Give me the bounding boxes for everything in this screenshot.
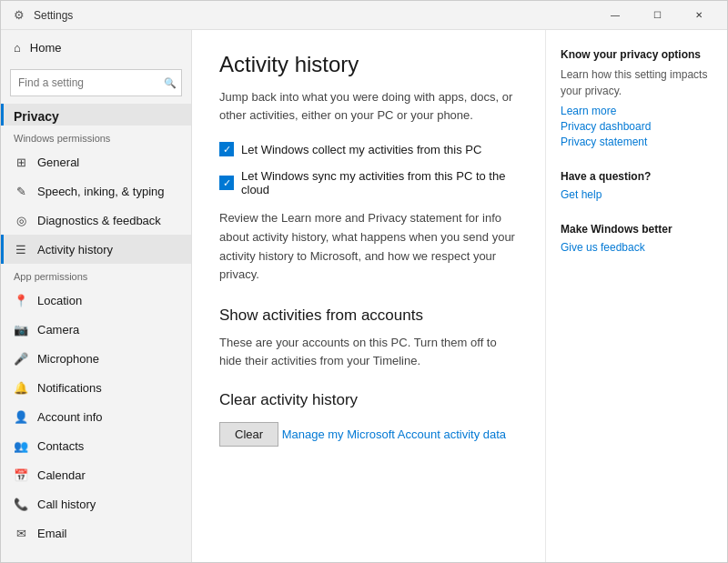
- checkbox1-label: Let Windows collect my activities from t…: [241, 143, 481, 156]
- microphone-icon: 🎤: [14, 351, 28, 366]
- know-privacy-heading: Know your privacy options: [561, 48, 713, 61]
- sidebar-item-label: Microphone: [37, 352, 99, 366]
- sidebar-item-label: General: [37, 156, 79, 169]
- email-icon: ✉: [14, 526, 28, 540]
- sidebar-item-label: Location: [37, 294, 82, 307]
- speech-icon: ✎: [14, 184, 28, 198]
- page-description: Jump back into what you were doing with …: [219, 88, 518, 124]
- sidebar-item-label: Email: [37, 527, 67, 540]
- titlebar-title: Settings: [34, 9, 73, 22]
- sidebar-item-camera[interactable]: 📷 Camera: [1, 315, 191, 344]
- checkbox-row-1: ✓ Let Windows collect my activities from…: [219, 142, 518, 156]
- question-section: Have a question? Get help: [561, 170, 713, 201]
- minimize-button[interactable]: —: [594, 1, 636, 30]
- review-text: Review the Learn more and Privacy statem…: [219, 209, 518, 285]
- feedback-heading: Make Windows better: [561, 223, 713, 236]
- sidebar-item-notifications[interactable]: 🔔 Notifications: [1, 373, 191, 402]
- camera-icon: 📷: [14, 322, 28, 337]
- main-content: Activity history Jump back into what you…: [192, 30, 545, 562]
- home-icon: ⌂: [14, 41, 21, 55]
- question-heading: Have a question?: [561, 170, 713, 183]
- close-button[interactable]: ✕: [678, 1, 720, 30]
- windows-permissions-label: Windows permissions: [1, 126, 191, 147]
- clear-button[interactable]: Clear: [219, 422, 278, 447]
- sidebar-item-microphone[interactable]: 🎤 Microphone: [1, 344, 191, 373]
- calendar-icon: 📅: [14, 467, 28, 482]
- sidebar-item-label: Speech, inking, & typing: [37, 185, 164, 198]
- activity-icon: ☰: [14, 242, 28, 256]
- sidebar-item-label: Account info: [37, 410, 103, 424]
- feedback-link[interactable]: Give us feedback: [561, 241, 713, 254]
- sidebar-item-contacts[interactable]: 👥 Contacts: [1, 431, 191, 460]
- sidebar-item-home[interactable]: ⌂ Home: [1, 30, 191, 65]
- checkmark-icon-2: ✓: [223, 178, 231, 188]
- settings-icon: ⚙: [12, 8, 26, 23]
- learn-more-link[interactable]: Learn more: [561, 105, 713, 117]
- know-privacy-section: Know your privacy options Learn how this…: [561, 48, 713, 148]
- sidebar-item-email[interactable]: ✉ Email: [1, 518, 191, 548]
- sidebar-item-label: Diagnostics & feedback: [37, 214, 161, 227]
- checkbox-collect[interactable]: ✓: [219, 142, 234, 156]
- sidebar-privacy-label[interactable]: Privacy: [1, 104, 191, 126]
- sidebar-item-label: Camera: [37, 323, 79, 337]
- page-title: Activity history: [219, 52, 518, 77]
- titlebar: ⚙ Settings — ☐ ✕: [1, 1, 727, 30]
- titlebar-left: ⚙ Settings: [12, 8, 73, 23]
- app-body: ⌂ Home 🔍 Privacy Windows permissions ⊞ G…: [1, 30, 727, 562]
- sidebar-item-account-info[interactable]: 👤 Account info: [1, 402, 191, 431]
- right-panel: Know your privacy options Learn how this…: [545, 30, 727, 562]
- sidebar-item-general[interactable]: ⊞ General: [1, 147, 191, 176]
- sidebar-item-label: Calendar: [37, 468, 86, 482]
- search-input[interactable]: [10, 69, 182, 96]
- privacy-statement-link[interactable]: Privacy statement: [561, 136, 713, 148]
- sidebar-item-diagnostics[interactable]: ◎ Diagnostics & feedback: [1, 206, 191, 235]
- sidebar-item-call-history[interactable]: 📞 Call history: [1, 489, 191, 518]
- checkmark-icon: ✓: [223, 145, 231, 155]
- titlebar-controls: — ☐ ✕: [594, 1, 720, 30]
- sidebar-item-label: Activity history: [37, 243, 113, 256]
- sidebar: ⌂ Home 🔍 Privacy Windows permissions ⊞ G…: [1, 30, 192, 562]
- sidebar-item-label: Notifications: [37, 381, 102, 395]
- manage-link[interactable]: Manage my Microsoft Account activity dat…: [282, 427, 506, 441]
- privacy-dashboard-link[interactable]: Privacy dashboard: [561, 120, 713, 133]
- know-privacy-text: Learn how this setting impacts your priv…: [561, 66, 713, 99]
- search-icon: 🔍: [164, 77, 177, 89]
- checkbox2-label: Let Windows sync my activities from this…: [241, 169, 518, 196]
- sidebar-item-label: Call history: [37, 498, 96, 511]
- get-help-link[interactable]: Get help: [561, 188, 713, 201]
- sidebar-item-calendar[interactable]: 📅 Calendar: [1, 460, 191, 489]
- sidebar-item-activity[interactable]: ☰ Activity history: [1, 235, 191, 264]
- checkbox-sync[interactable]: ✓: [219, 176, 234, 190]
- sidebar-item-label: Contacts: [37, 439, 84, 453]
- notifications-icon: 🔔: [14, 380, 28, 395]
- diagnostics-icon: ◎: [14, 213, 28, 227]
- account-icon: 👤: [14, 409, 28, 424]
- app-permissions-label: App permissions: [1, 264, 191, 286]
- accounts-section-title: Show activities from accounts: [219, 307, 518, 325]
- location-icon: 📍: [14, 293, 28, 307]
- checkbox-row-2: ✓ Let Windows sync my activities from th…: [219, 169, 518, 196]
- feedback-section: Make Windows better Give us feedback: [561, 223, 713, 254]
- contacts-icon: 👥: [14, 438, 28, 453]
- sidebar-search: 🔍: [10, 69, 182, 96]
- sidebar-home-label: Home: [30, 41, 62, 55]
- accounts-section-desc: These are your accounts on this PC. Turn…: [219, 334, 518, 369]
- clear-section-title: Clear activity history: [219, 391, 518, 409]
- call-history-icon: 📞: [14, 497, 28, 511]
- sidebar-item-speech[interactable]: ✎ Speech, inking, & typing: [1, 176, 191, 206]
- sidebar-item-location[interactable]: 📍 Location: [1, 286, 191, 315]
- settings-window: ⚙ Settings — ☐ ✕ ⌂ Home 🔍 Privacy Window: [0, 0, 728, 563]
- general-icon: ⊞: [14, 155, 28, 169]
- maximize-button[interactable]: ☐: [636, 1, 678, 30]
